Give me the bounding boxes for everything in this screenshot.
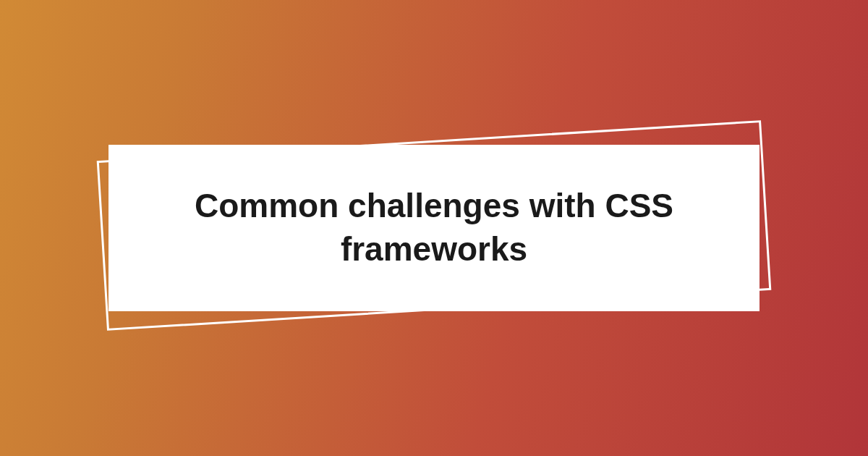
page-title: Common challenges with CSS frameworks [152,185,716,271]
title-card-wrapper: Common challenges with CSS frameworks [109,145,760,311]
title-card: Common challenges with CSS frameworks [109,145,760,311]
